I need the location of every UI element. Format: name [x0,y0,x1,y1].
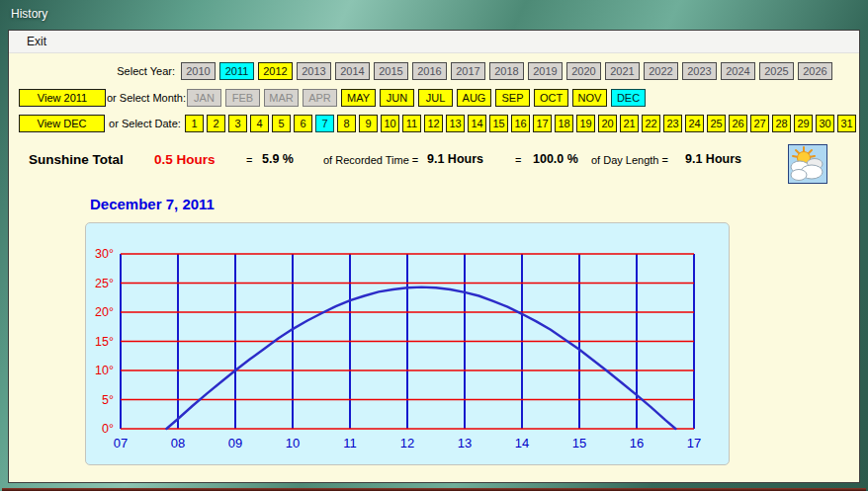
date-option-6[interactable]: 6 [294,115,312,132]
svg-text:08: 08 [171,436,185,450]
date-option-26[interactable]: 26 [729,115,747,132]
date-option-1[interactable]: 1 [185,115,204,132]
date-option-16[interactable]: 16 [511,115,530,132]
year-option-2024[interactable]: 2024 [721,62,755,80]
date-option-9[interactable]: 9 [359,115,378,132]
history-window: History Exit Select Year: 20102011201220… [0,0,868,491]
svg-text:30°: 30° [95,247,114,261]
date-option-14[interactable]: 14 [468,115,486,132]
date-selector-row: View DEC or Select Date: 123456789101112… [9,115,859,132]
equals-sign-1: = [246,154,252,166]
date-option-29[interactable]: 29 [794,115,813,132]
date-option-24[interactable]: 24 [685,115,704,132]
window-title: History [11,7,47,21]
date-option-8[interactable]: 8 [337,115,356,132]
day-percent-value: 100.0 % [533,152,578,166]
year-option-2011[interactable]: 2011 [219,62,254,80]
date-option-7[interactable]: 7 [315,115,334,132]
date-option-15[interactable]: 15 [489,115,508,132]
window-inner-frame: Exit Select Year: 2010201120122013201420… [8,30,860,483]
date-option-3[interactable]: 3 [228,115,247,132]
content-area: Select Year: 201020112012201320142015201… [9,53,859,482]
year-option-2026[interactable]: 2026 [798,62,832,80]
month-option-may[interactable]: MAY [341,89,376,107]
year-option-2012[interactable]: 2012 [258,62,293,80]
year-option-2015[interactable]: 2015 [374,62,408,80]
weather-icon [788,144,827,184]
month-option-nov[interactable]: NOV [572,89,607,107]
svg-text:25°: 25° [95,277,114,290]
year-option-2018[interactable]: 2018 [489,62,524,80]
sunshine-summary-row: Sunshine Total 0.5 Hours = 5.9 % of Reco… [9,152,859,174]
recorded-percent-value: 5.9 % [262,152,294,166]
sunshine-total-label: Sunshine Total [29,152,124,167]
menu-bar: Exit [9,31,859,53]
year-option-2020[interactable]: 2020 [566,62,601,80]
year-option-2017[interactable]: 2017 [451,62,485,80]
month-option-apr[interactable]: APR [303,89,337,107]
date-option-12[interactable]: 12 [424,115,443,132]
month-option-oct[interactable]: OCT [534,89,568,107]
svg-text:16: 16 [630,436,644,450]
date-option-23[interactable]: 23 [663,115,682,132]
date-option-18[interactable]: 18 [555,115,573,132]
chart-date-title: December 7, 2011 [90,196,859,215]
year-option-2016[interactable]: 2016 [412,62,447,80]
month-option-jan[interactable]: JAN [187,89,221,107]
svg-text:09: 09 [228,436,242,450]
svg-text:07: 07 [114,436,128,450]
date-option-25[interactable]: 25 [707,115,726,132]
svg-text:15°: 15° [95,335,114,349]
title-bar: History [0,0,868,30]
svg-text:0°: 0° [102,422,114,436]
menu-item-exit[interactable]: Exit [18,31,55,52]
day-length-label: of Day Length = [591,154,668,166]
year-option-2019[interactable]: 2019 [528,62,563,80]
date-option-31[interactable]: 31 [837,115,856,132]
month-option-mar[interactable]: MAR [264,89,299,107]
year-selector-row: Select Year: 201020112012201320142015201… [9,62,859,80]
year-option-2010[interactable]: 2010 [181,62,216,80]
equals-sign-2: = [515,154,521,166]
date-option-10[interactable]: 10 [381,115,399,132]
date-option-11[interactable]: 11 [402,115,421,132]
select-date-label: or Select Date: [105,118,185,129]
year-option-2021[interactable]: 2021 [605,62,640,80]
date-option-19[interactable]: 19 [576,115,595,132]
year-option-2022[interactable]: 2022 [644,62,678,80]
year-option-2023[interactable]: 2023 [682,62,717,80]
date-option-30[interactable]: 30 [816,115,834,132]
chart-panel: 07080910111213141516170°5°10°15°20°25°30… [85,222,730,465]
view-month-button[interactable]: View DEC [19,115,105,132]
date-option-4[interactable]: 4 [250,115,269,132]
date-option-13[interactable]: 13 [446,115,465,132]
svg-text:17: 17 [687,436,701,450]
month-option-feb[interactable]: FEB [225,89,260,107]
view-year-button[interactable]: View 2011 [19,89,106,107]
date-option-28[interactable]: 28 [772,115,791,132]
month-option-dec[interactable]: DEC [611,89,646,107]
month-options: JANFEBMARAPRMAYJUNJULAUGSEPOCTNOVDEC [187,89,650,107]
svg-text:14: 14 [515,436,529,450]
svg-text:13: 13 [458,436,472,450]
date-option-22[interactable]: 22 [642,115,660,132]
year-option-2014[interactable]: 2014 [335,62,370,80]
recorded-time-label: of Recorded Time = [323,154,418,166]
svg-text:11: 11 [343,436,357,450]
month-option-jul[interactable]: JUL [418,89,453,107]
year-option-2025[interactable]: 2025 [759,62,794,80]
recorded-hours-value: 9.1 Hours [427,152,483,166]
date-option-27[interactable]: 27 [750,115,769,132]
date-option-20[interactable]: 20 [598,115,617,132]
date-options: 1234567891011121314151617181920212223242… [185,115,859,132]
date-option-5[interactable]: 5 [272,115,291,132]
month-option-aug[interactable]: AUG [457,89,491,107]
month-option-jun[interactable]: JUN [380,89,414,107]
date-option-17[interactable]: 17 [533,115,552,132]
date-option-21[interactable]: 21 [620,115,639,132]
svg-text:10: 10 [286,436,300,450]
svg-text:15: 15 [572,436,586,450]
month-option-sep[interactable]: SEP [495,89,530,107]
date-option-2[interactable]: 2 [207,115,225,132]
year-option-2013[interactable]: 2013 [297,62,331,80]
